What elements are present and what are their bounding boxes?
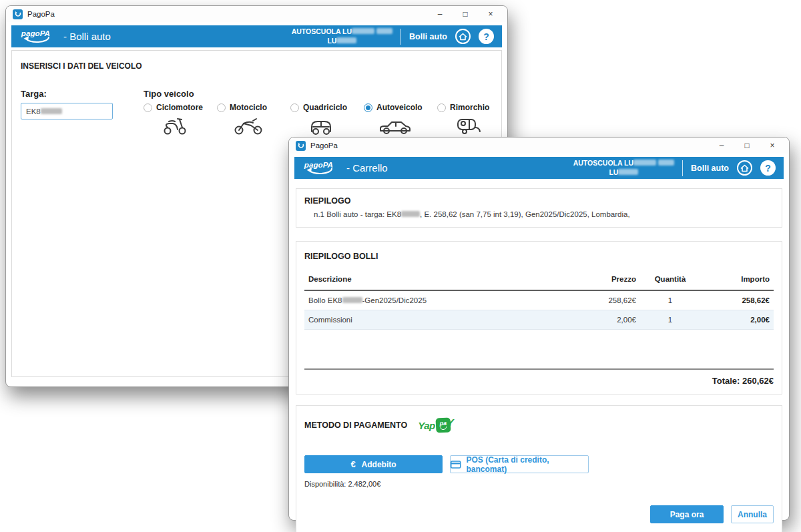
- page-title: - Carrello: [346, 162, 388, 174]
- radio-button[interactable]: [290, 103, 299, 112]
- totale-value: Totale: 260,62€: [304, 376, 774, 386]
- close-icon[interactable]: ×: [478, 7, 503, 21]
- col-importo: Importo: [700, 270, 774, 290]
- col-prezzo: Prezzo: [567, 270, 640, 290]
- nav-bolli-auto[interactable]: Bolli auto: [409, 32, 447, 41]
- page-title: - Bolli auto: [63, 31, 111, 42]
- organization-name: AUTOSCUOLA LU LU: [292, 27, 392, 45]
- desktop: PagoPa – □ × pagoPA - Bolli auto AUTOSCU…: [0, 0, 801, 532]
- bolli-table: Descrizione Prezzo Quantità Importo Boll…: [304, 270, 774, 330]
- yappay-logo: Yap pa Y: [418, 415, 453, 435]
- pagopa-logo: pagoPA: [19, 27, 57, 46]
- riepilogo-title: RIEPILOGO: [304, 196, 774, 206]
- home-icon[interactable]: [455, 29, 471, 44]
- vehicle-type-motociclo[interactable]: Motociclo: [217, 103, 279, 136]
- targa-label: Targa:: [21, 89, 113, 99]
- addebito-button[interactable]: € Addebito: [304, 455, 443, 473]
- tipo-veicolo-label: Tipo veicolo: [144, 89, 499, 99]
- window-title: PagoPa: [27, 10, 55, 18]
- vehicle-type-quadriciclo[interactable]: Quadriciclo: [290, 103, 352, 136]
- pagamento-panel: METODO DI PAGAMENTO Yap pa Y € Addebito: [296, 405, 782, 532]
- small-car-icon: [290, 114, 352, 136]
- titlebar[interactable]: PagoPa – □ ×: [6, 6, 507, 22]
- titlebar[interactable]: PagoPa – □ ×: [289, 138, 789, 154]
- cell-prezzo: 258,62€: [567, 290, 640, 310]
- col-descrizione: Descrizione: [304, 270, 567, 290]
- home-icon[interactable]: [737, 160, 752, 176]
- vehicle-type-rimorchio[interactable]: Rimorchio: [437, 103, 499, 136]
- disponibilita-text: Disponibilità: 2.482,00€: [304, 480, 774, 488]
- credit-card-icon: [451, 461, 461, 469]
- table-row: Commissioni 2,00€ 1 2,00€: [304, 310, 774, 330]
- vehicle-type-autoveicolo[interactable]: Autoveicolo: [364, 103, 426, 136]
- svg-text:pagoPA: pagoPA: [304, 160, 333, 169]
- trailer-icon: [437, 114, 499, 136]
- nav-bolli-auto[interactable]: Bolli auto: [691, 164, 729, 173]
- app-icon: [13, 9, 23, 19]
- radio-button[interactable]: [217, 103, 226, 112]
- vehicle-type-ciclomotore[interactable]: Ciclomotore: [144, 103, 206, 136]
- table-header-row: Descrizione Prezzo Quantità Importo: [304, 270, 774, 290]
- motorcycle-icon: [217, 114, 279, 136]
- pagopa-logo: pagoPA: [302, 159, 340, 178]
- help-icon[interactable]: ?: [760, 160, 776, 176]
- totale-divider: [304, 368, 774, 370]
- cell-prezzo: 2,00€: [567, 310, 640, 330]
- pos-button[interactable]: POS (Carta di credito, bancomat): [450, 455, 589, 473]
- close-icon[interactable]: ×: [760, 138, 785, 153]
- minimize-icon[interactable]: –: [709, 138, 734, 153]
- header-divider: [682, 160, 683, 176]
- cell-quantita: 1: [640, 290, 700, 310]
- scooter-icon: [144, 114, 206, 136]
- cell-descrizione: Commissioni: [304, 310, 567, 330]
- targa-field-group: Targa: EK8: [21, 89, 113, 136]
- riepilogo-summary: n.1 Bolli auto - targa: EK8, E. 258,62 (…: [314, 210, 774, 218]
- window-carrello: PagoPa – □ × pagoPA - Carrello AUTOSCUOL…: [288, 137, 790, 521]
- cell-descrizione: Bollo EK8-Gen2025/Dic2025: [304, 290, 567, 310]
- annulla-button[interactable]: Annulla: [731, 505, 774, 523]
- radio-button[interactable]: [437, 103, 446, 112]
- pagamento-title: METODO DI PAGAMENTO: [304, 421, 407, 430]
- paga-ora-button[interactable]: Paga ora: [650, 505, 724, 523]
- header-divider: [400, 29, 401, 45]
- cell-importo: 258,62€: [700, 290, 774, 310]
- help-icon[interactable]: ?: [479, 29, 494, 44]
- targa-input[interactable]: EK8: [21, 103, 113, 119]
- app-icon: [296, 141, 306, 151]
- app-header: pagoPA - Bolli auto AUTOSCUOLA LU LU Bol…: [11, 25, 502, 47]
- organization-name: AUTOSCUOLA LU LU: [573, 159, 674, 177]
- minimize-icon[interactable]: –: [427, 7, 453, 21]
- riepilogo-bolli-title: RIEPILOGO BOLLI: [304, 252, 774, 261]
- euro-icon: €: [350, 459, 355, 469]
- maximize-icon[interactable]: □: [453, 7, 478, 21]
- table-row: Bollo EK8-Gen2025/Dic2025 258,62€ 1 258,…: [304, 290, 774, 310]
- col-quantita: Quantità: [640, 270, 700, 290]
- vehicle-type-group: Tipo veicolo Ciclomotore: [144, 89, 499, 136]
- riepilogo-panel: RIEPILOGO n.1 Bolli auto - targa: EK8, E…: [296, 188, 782, 228]
- cell-quantita: 1: [640, 310, 700, 330]
- maximize-icon[interactable]: □: [734, 138, 760, 153]
- riepilogo-bolli-panel: RIEPILOGO BOLLI Descrizione Prezzo Quant…: [296, 241, 782, 394]
- app-header: pagoPA - Carrello AUTOSCUOLA LU LU Bolli…: [294, 157, 784, 179]
- form-section-title: INSERISCI I DATI DEL VEICOLO: [21, 61, 501, 71]
- cell-importo: 2,00€: [700, 310, 774, 330]
- window-title: PagoPa: [310, 142, 338, 150]
- car-icon: [364, 114, 426, 136]
- radio-button[interactable]: [364, 103, 372, 112]
- svg-text:pagoPA: pagoPA: [21, 29, 50, 37]
- radio-button[interactable]: [144, 103, 152, 112]
